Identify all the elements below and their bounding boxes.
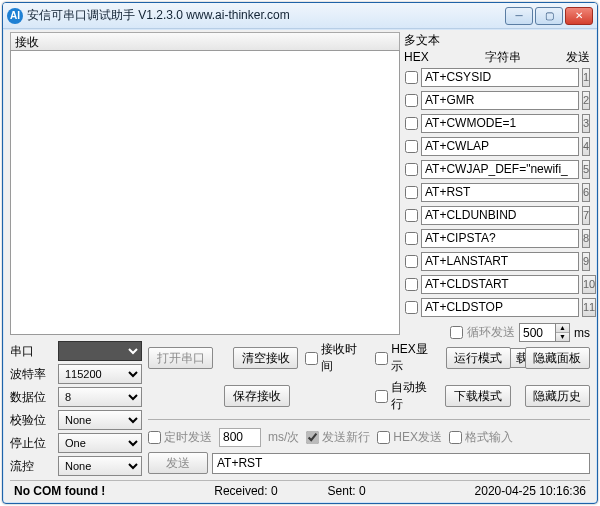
row-send-button[interactable]: 1 — [582, 68, 590, 87]
row-send-button[interactable]: 11 — [582, 298, 596, 317]
row-send-button[interactable]: 2 — [582, 91, 590, 110]
spin-down-icon[interactable]: ▼ — [556, 333, 569, 341]
multitext-row: 7 — [404, 205, 590, 225]
clear-recv-button[interactable]: 清空接收 — [233, 347, 298, 369]
loop-interval-spinner[interactable]: ▲▼ — [555, 323, 570, 342]
row-command-input[interactable] — [421, 137, 579, 156]
row-hex-checkbox[interactable] — [405, 209, 418, 222]
row-command-input[interactable] — [421, 206, 579, 225]
recv-time-label: 接收时间 — [321, 341, 368, 375]
hex-show-label: HEX显示 — [391, 341, 439, 375]
parity-label: 校验位 — [10, 412, 54, 429]
databits-select[interactable]: 8 — [58, 387, 142, 407]
formatted-in-checkbox[interactable] — [449, 431, 462, 444]
close-button[interactable]: ✕ — [565, 7, 593, 25]
maximize-button[interactable]: ▢ — [535, 7, 563, 25]
status-bar: No COM found ! Received: 0 Sent: 0 2020-… — [10, 480, 590, 500]
hex-send-checkbox[interactable] — [377, 431, 390, 444]
row-hex-checkbox[interactable] — [405, 232, 418, 245]
baud-select[interactable]: 115200 — [58, 364, 142, 384]
send-newline-checkbox[interactable] — [306, 431, 319, 444]
col-hex-header: HEX — [404, 49, 440, 65]
hide-panel-button[interactable]: 隐藏面板 — [525, 347, 590, 369]
serial-settings: 串口 波特率 115200 数据位 8 校验位 None 停止位 One 流控 … — [10, 341, 142, 476]
row-command-input[interactable] — [421, 229, 579, 248]
row-command-input[interactable] — [421, 298, 579, 317]
hide-history-button[interactable]: 隐藏历史 — [525, 385, 590, 407]
row-command-input[interactable] — [421, 68, 579, 87]
parity-select[interactable]: None — [58, 410, 142, 430]
row-send-button[interactable]: 7 — [582, 206, 590, 225]
close-icon: ✕ — [575, 10, 583, 21]
receive-textarea[interactable] — [10, 50, 400, 335]
port-select[interactable] — [58, 341, 142, 361]
row-hex-checkbox[interactable] — [405, 94, 418, 107]
baud-label: 波特率 — [10, 366, 54, 383]
stopbits-select[interactable]: One — [58, 433, 142, 453]
loop-unit-label: ms — [574, 326, 590, 340]
timed-interval-input[interactable] — [219, 428, 261, 447]
row-send-button[interactable]: 3 — [582, 114, 590, 133]
receive-label: 接收 — [10, 32, 400, 50]
multitext-rows: 1234567891011 — [404, 67, 590, 317]
row-send-button[interactable]: 6 — [582, 183, 590, 202]
multitext-row: 3 — [404, 113, 590, 133]
status-time: 2020-04-25 10:16:36 — [475, 484, 586, 498]
run-mode-button[interactable]: 运行模式 — [446, 347, 511, 369]
open-port-button[interactable]: 打开串口 — [148, 347, 213, 369]
row-send-button[interactable]: 5 — [582, 160, 590, 179]
multitext-row: 8 — [404, 228, 590, 248]
send-newline-label: 发送新行 — [322, 429, 370, 446]
row-send-button[interactable]: 8 — [582, 229, 590, 248]
row-hex-checkbox[interactable] — [405, 255, 418, 268]
maximize-icon: ▢ — [545, 10, 554, 21]
auto-wrap-checkbox[interactable] — [375, 390, 388, 403]
download-mode-button[interactable]: 下载模式 — [445, 385, 510, 407]
recv-time-checkbox[interactable] — [305, 352, 318, 365]
row-send-button[interactable]: 10 — [582, 275, 596, 294]
row-command-input[interactable] — [421, 252, 579, 271]
row-hex-checkbox[interactable] — [405, 71, 418, 84]
databits-label: 数据位 — [10, 389, 54, 406]
spin-up-icon[interactable]: ▲ — [556, 324, 569, 333]
separator — [148, 419, 590, 420]
row-hex-checkbox[interactable] — [405, 117, 418, 130]
multitext-row: 10 — [404, 274, 590, 294]
multitext-row: 11 — [404, 297, 590, 317]
send-input[interactable] — [212, 453, 590, 474]
row-command-input[interactable] — [421, 114, 579, 133]
send-button[interactable]: 发送 — [148, 452, 208, 474]
minimize-icon: ─ — [515, 10, 522, 21]
titlebar[interactable]: AI 安信可串口调试助手 V1.2.3.0 www.ai-thinker.com… — [3, 3, 597, 29]
loop-interval-input[interactable] — [519, 323, 555, 342]
minimize-button[interactable]: ─ — [505, 7, 533, 25]
port-label: 串口 — [10, 343, 54, 360]
hex-show-checkbox[interactable] — [375, 352, 388, 365]
row-command-input[interactable] — [421, 160, 579, 179]
flow-label: 流控 — [10, 458, 54, 475]
row-send-button[interactable]: 9 — [582, 252, 590, 271]
multitext-row: 5 — [404, 159, 590, 179]
row-hex-checkbox[interactable] — [405, 140, 418, 153]
row-hex-checkbox[interactable] — [405, 301, 418, 314]
row-hex-checkbox[interactable] — [405, 186, 418, 199]
hex-send-label: HEX发送 — [393, 429, 442, 446]
multitext-row: 1 — [404, 67, 590, 87]
controls-panel: 打开串口 清空接收 接收时间 HEX显示 运行模式 隐藏面板 保存接收 自动换行… — [148, 341, 590, 476]
row-command-input[interactable] — [421, 275, 579, 294]
timed-send-checkbox[interactable] — [148, 431, 161, 444]
loop-send-checkbox[interactable] — [450, 326, 463, 339]
row-send-button[interactable]: 4 — [582, 137, 590, 156]
row-hex-checkbox[interactable] — [405, 163, 418, 176]
auto-wrap-label: 自动换行 — [391, 379, 438, 413]
app-icon: AI — [7, 8, 23, 24]
app-window: AI 安信可串口调试助手 V1.2.3.0 www.ai-thinker.com… — [2, 2, 598, 504]
status-received: Received: 0 — [214, 484, 277, 498]
row-hex-checkbox[interactable] — [405, 278, 418, 291]
flow-select[interactable]: None — [58, 456, 142, 476]
save-recv-button[interactable]: 保存接收 — [224, 385, 289, 407]
window-title: 安信可串口调试助手 V1.2.3.0 www.ai-thinker.com — [27, 7, 290, 24]
timed-unit-label: ms/次 — [268, 429, 299, 446]
row-command-input[interactable] — [421, 183, 579, 202]
row-command-input[interactable] — [421, 91, 579, 110]
